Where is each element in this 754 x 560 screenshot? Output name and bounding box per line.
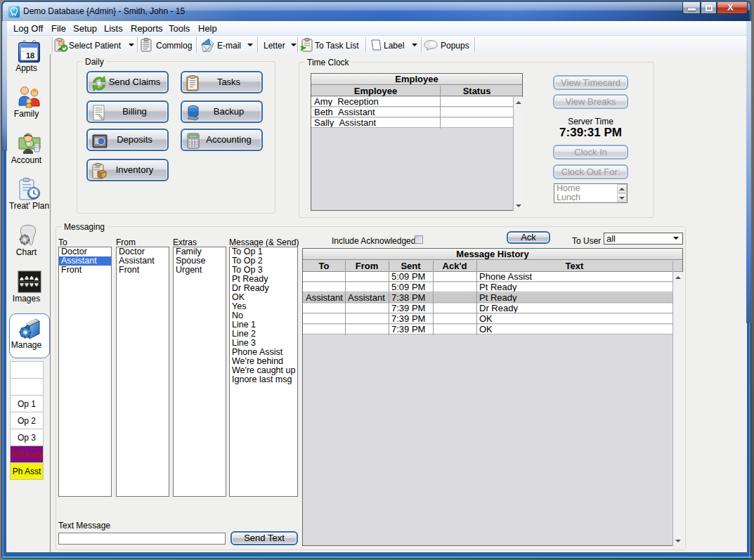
svg-text:18: 18 bbox=[26, 51, 34, 60]
